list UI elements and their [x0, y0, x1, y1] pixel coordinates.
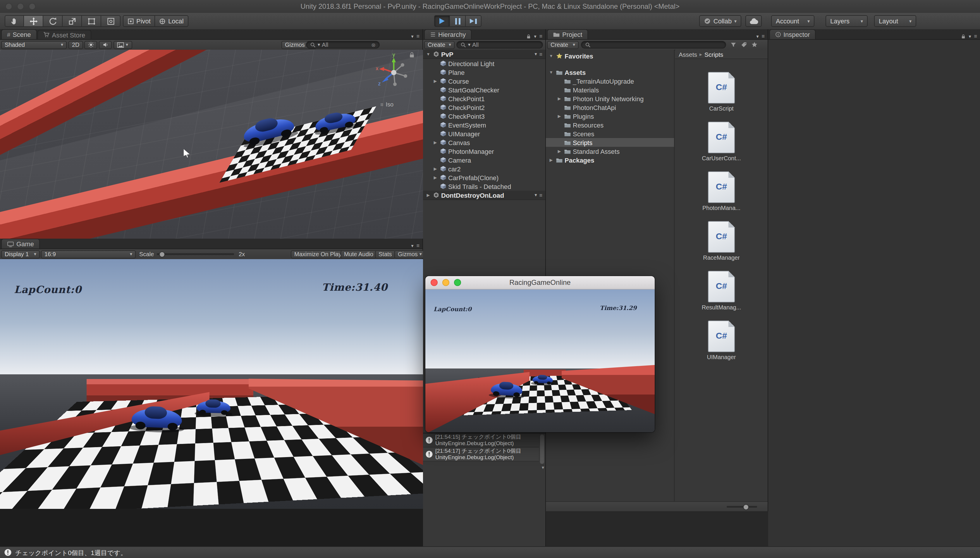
mute-audio-button[interactable]: Mute Audio [340, 250, 377, 258]
scene-viewport[interactable]: y x z ≡Iso [0, 50, 423, 239]
asset-zoom-thumb[interactable] [743, 504, 749, 510]
tab-game[interactable]: Game [1, 239, 40, 249]
console-scrollbar[interactable] [540, 435, 544, 464]
transform-tool-button[interactable] [101, 15, 120, 27]
tab-project[interactable]: Project [547, 29, 588, 39]
tab-asset-store[interactable]: Asset Store [38, 30, 91, 39]
pivot-toggle-button[interactable]: Pivot [123, 15, 155, 27]
asset-item[interactable]: C#CarUserCont... [702, 121, 741, 161]
scale-tool-button[interactable] [62, 15, 82, 27]
axis-x-label[interactable]: x [376, 66, 379, 71]
hierarchy-item[interactable]: StartGoalChecker [423, 85, 545, 94]
collab-dropdown[interactable]: Collab▾ [699, 15, 741, 27]
expand-arrow-icon[interactable]: ▼ [548, 54, 554, 58]
expand-arrow-icon[interactable]: ▶ [548, 158, 554, 162]
cloud-button[interactable] [745, 15, 762, 27]
hierarchy-search-input[interactable]: ▾All [456, 41, 543, 49]
asset-item[interactable]: C#ResultManag... [702, 271, 741, 310]
zoom-window-button[interactable] [454, 279, 461, 286]
expand-arrow-icon[interactable]: ▶ [432, 166, 438, 171]
expand-arrow-icon[interactable]: ▼ [425, 52, 431, 56]
project-tree-item[interactable]: Materials [546, 85, 674, 94]
rotate-tool-button[interactable] [43, 15, 62, 27]
minimize-window-button[interactable] [442, 279, 449, 286]
2d-toggle-button[interactable]: 2D [69, 41, 83, 49]
panel-menu[interactable]: ▾≡ [411, 33, 422, 39]
hierarchy-item[interactable]: Directional Light [423, 59, 545, 68]
standalone-game-window[interactable]: RacingGameOnline LapCount:0 Time:31.29 [425, 276, 655, 432]
hierarchy-item[interactable]: Camera [423, 156, 545, 164]
hierarchy-item[interactable]: ▶car2 [423, 164, 545, 173]
expand-arrow-icon[interactable]: ▼ [548, 70, 554, 74]
hierarchy-create-dropdown[interactable]: Create▾ [424, 41, 455, 49]
step-button[interactable] [466, 15, 481, 27]
project-tree-item[interactable]: ▼Assets [546, 68, 674, 77]
favorite-search-icon[interactable] [751, 41, 758, 48]
maximize-on-play-button[interactable]: Maximize On Play [291, 250, 345, 258]
project-tree-item[interactable]: Resources [546, 120, 674, 129]
project-tree-item[interactable]: ▶Photon Unity Networking [546, 94, 674, 103]
console-log-entry[interactable]: [21:54:17] チェックポイント0個目UnityEngine.Debug:… [423, 448, 539, 461]
axis-z-label[interactable]: z [378, 81, 381, 87]
clear-search-icon[interactable]: ⊗ [371, 42, 376, 48]
panel-menu[interactable]: ▾≡ [756, 33, 768, 39]
lock-icon[interactable] [526, 34, 531, 39]
hand-tool-button[interactable] [5, 15, 24, 27]
tab-inspector[interactable]: Inspector [769, 29, 816, 39]
status-bar[interactable]: チェックポイント0個目、1週目です。 [0, 546, 980, 558]
console-log-entry[interactable]: [21:54:15] チェックポイント0個目UnityEngine.Debug:… [423, 433, 539, 448]
draw-mode-dropdown[interactable]: Shaded▾ [1, 41, 67, 49]
hierarchy-item[interactable]: CheckPoint3 [423, 112, 545, 120]
expand-arrow-icon[interactable]: ▶ [432, 79, 438, 83]
scene-search-input[interactable]: ▾All⊗ [306, 41, 380, 49]
project-create-dropdown[interactable]: Create▾ [547, 41, 579, 49]
scene-lighting-button[interactable] [84, 41, 97, 49]
tab-scene[interactable]: #Scene [1, 29, 37, 39]
scale-slider[interactable] [157, 253, 234, 255]
lock-icon[interactable] [409, 51, 415, 60]
hierarchy-item[interactable]: ▶CarPrefab(Clone) [423, 173, 545, 182]
scene-header-menu[interactable]: ▾≡ [535, 51, 545, 57]
pause-button[interactable] [450, 15, 466, 27]
hierarchy-item[interactable]: PhotonManager [423, 147, 545, 156]
expand-arrow-icon[interactable]: ▶ [556, 96, 562, 101]
panel-menu[interactable]: ▾≡ [411, 243, 422, 249]
expand-arrow-icon[interactable]: ▶ [425, 193, 431, 197]
project-tree-item[interactable]: ▶Plugins [546, 112, 674, 120]
hierarchy-item[interactable]: ▶Canvas [423, 138, 545, 147]
asset-zoom-slider[interactable] [727, 506, 757, 508]
scene-effects-dropdown[interactable]: ▾ [113, 41, 132, 49]
projection-mode-label[interactable]: ≡Iso [380, 101, 394, 108]
project-tree-item[interactable]: _TerrainAutoUpgrade [546, 77, 674, 85]
asset-item[interactable]: C#RaceManager [703, 221, 740, 261]
scale-slider-thumb[interactable] [159, 251, 165, 257]
hierarchy-item[interactable]: EventSystem [423, 120, 545, 129]
hierarchy-item[interactable]: CheckPoint1 [423, 94, 545, 103]
account-dropdown[interactable]: Account▾ [771, 15, 814, 27]
tab-hierarchy[interactable]: Hierarchy [424, 29, 471, 39]
project-tree-item[interactable]: PhotonChatApi [546, 103, 674, 112]
play-button[interactable] [434, 15, 450, 27]
scene-header-menu[interactable]: ▾≡ [535, 192, 545, 198]
asset-item[interactable]: C#PhotonMana... [703, 171, 740, 211]
project-search-input[interactable] [581, 41, 726, 49]
project-tree-item[interactable]: ▶Standard Assets [546, 147, 674, 156]
layout-dropdown[interactable]: Layout▾ [874, 15, 916, 27]
breadcrumb-assets[interactable]: Assets [679, 51, 697, 57]
breadcrumb-scripts[interactable]: Scripts [704, 51, 723, 57]
move-tool-button[interactable] [24, 15, 43, 27]
aspect-ratio-dropdown[interactable]: 16:9▾ [41, 250, 136, 258]
hierarchy-item[interactable]: CheckPoint2 [423, 103, 545, 112]
asset-item[interactable]: C#UIManager [707, 320, 736, 360]
expand-arrow-icon[interactable]: ▶ [556, 149, 562, 154]
asset-item[interactable]: C#CarScript [708, 72, 735, 112]
project-tree-item[interactable]: Scenes [546, 129, 674, 138]
search-by-label-icon[interactable] [741, 41, 747, 48]
hierarchy-scene-row[interactable]: ▼ PvP ▾≡ [423, 50, 545, 59]
search-by-type-icon[interactable] [730, 41, 737, 48]
panel-menu[interactable]: ▾≡ [526, 33, 545, 39]
hierarchy-scene-row-dontdestroy[interactable]: ▶ DontDestroyOnLoad ▾≡ [423, 191, 545, 200]
stats-button[interactable]: Stats [375, 250, 396, 258]
panel-menu[interactable]: ▾≡ [960, 33, 980, 39]
project-tree-item[interactable]: ▶Packages [546, 156, 674, 164]
